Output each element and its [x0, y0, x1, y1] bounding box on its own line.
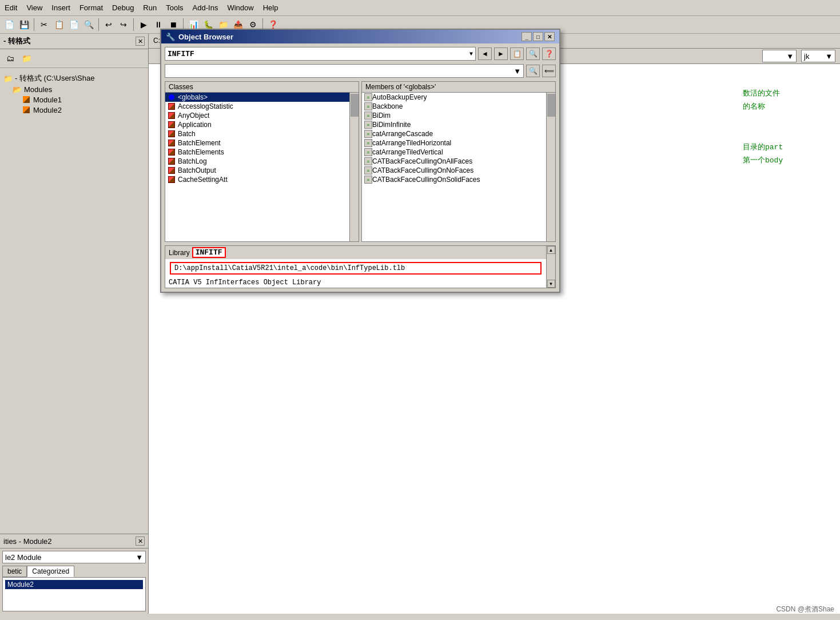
nav-next-button[interactable]: ► [494, 47, 508, 60]
find-button[interactable]: 🔍 [82, 18, 95, 31]
tree-icon-1[interactable]: 🗂 [3, 51, 17, 65]
class-batchlog[interactable]: BatchLog [165, 157, 359, 166]
module1-icon [22, 95, 31, 104]
classes-scrollbar[interactable] [349, 93, 359, 241]
module2-label: Module2 [33, 106, 62, 114]
member-catarrangetiledhorizontal[interactable]: = catArrangeTiledHorizontal [362, 138, 555, 148]
module2-item[interactable]: Module2 [22, 105, 145, 115]
member-catbackfaceall[interactable]: = CATBackFaceCullingOnAllFaces [362, 157, 555, 166]
class-batch[interactable]: Batch [165, 129, 359, 138]
class-batchelements[interactable]: BatchElements [165, 148, 359, 157]
library-scroll-up[interactable]: ▲ [547, 246, 555, 254]
project-root-item[interactable]: 📁 - 转格式 (C:\Users\Shae [3, 73, 145, 84]
props-panel-title: ities - Module2 [3, 537, 52, 546]
anyobject-icon [168, 112, 176, 120]
members-panel: Members of '<globals>' = AutoBackupEvery… [361, 81, 556, 242]
member-autobackup[interactable]: = AutoBackupEvery [362, 93, 555, 102]
menu-edit[interactable]: Edit [0, 2, 22, 13]
accesslog-icon [168, 102, 176, 110]
class-cachesetting[interactable]: CacheSettingAtt [165, 175, 359, 184]
dialog-icon: 🔧 [166, 33, 175, 41]
menu-window[interactable]: Window [222, 2, 258, 13]
dialog-minimize-button[interactable]: _ [521, 32, 532, 41]
help-topic-button[interactable]: ❓ [542, 47, 556, 60]
class-anyobject[interactable]: AnyObject [165, 111, 359, 120]
menu-tools[interactable]: Tools [161, 2, 188, 13]
new-button[interactable]: 📄 [2, 18, 16, 31]
selected-module[interactable]: Module2 [5, 580, 143, 589]
alpha-tab[interactable]: betic [2, 566, 27, 577]
class-batchelement[interactable]: BatchElement [165, 138, 359, 148]
modules-label: Modules [24, 85, 52, 94]
module-combo[interactable]: le2 Module ▼ [2, 551, 146, 563]
member-catarrangecascade[interactable]: = catArrangeCascade [362, 129, 555, 138]
run-button[interactable]: ▶ [137, 18, 150, 31]
dialog-body: INFITF ▼ ◄ ► 📋 🔍 ❓ ▼ 🔍 ⟸ [161, 43, 559, 292]
proc-combo-arrow: ▼ [825, 52, 833, 61]
comment2: 的名称 [743, 102, 765, 111]
copy-button[interactable]: 📋 [52, 18, 66, 31]
project-root-label: - 转格式 (C:\Users\Shae [15, 73, 94, 84]
panels-row: Classes <globals> AccesslogS [165, 81, 556, 242]
library-path: D:\appInstall\CatiaV5R21\intel_a\code\bi… [170, 262, 542, 275]
classes-panel: Classes <globals> AccesslogS [165, 81, 359, 242]
class-application[interactable]: Application [165, 120, 359, 129]
menu-run[interactable]: Run [138, 2, 161, 13]
search-row: ▼ 🔍 ⟸ [165, 64, 556, 78]
member-catbackfacesolid[interactable]: = CATBackFaceCullingOnSolidFaces [362, 175, 555, 184]
menu-help[interactable]: Help [258, 2, 283, 13]
menu-format[interactable]: Format [75, 2, 108, 13]
library-dropdown[interactable]: INFITF ▼ [165, 47, 476, 61]
library-info-inner: Library INFITF D:\appInstall\CatiaV5R21\… [165, 246, 555, 288]
dialog-window: 🔧 Object Browser _ □ ✕ INFITF ▼ ◄ ► 📋 🔍 … [160, 29, 560, 293]
search-input[interactable]: ▼ [165, 64, 524, 78]
library-scroll-down[interactable]: ▼ [547, 280, 555, 288]
dialog-maximize-button[interactable]: □ [533, 32, 543, 41]
lib-dropdown-value: INFITF [168, 50, 194, 58]
member-catbackfacenone[interactable]: = CATBackFaceCullingOnNoFaces [362, 166, 555, 175]
module-combo-arrow: ▼ [136, 553, 143, 562]
member-bidiminfinite[interactable]: = BiDimInfinite [362, 120, 555, 129]
view-definition-button[interactable]: 🔍 [526, 47, 540, 60]
library-header: Library INFITF [165, 246, 546, 259]
categorized-tab[interactable]: Categorized [27, 566, 74, 577]
props-panel-close[interactable]: ✕ [136, 536, 145, 546]
object-combo[interactable]: ▼ [762, 50, 797, 62]
copy-to-clipboard-button[interactable]: 📋 [510, 47, 524, 60]
menu-debug[interactable]: Debug [108, 2, 138, 13]
dialog-close-button[interactable]: ✕ [544, 32, 555, 41]
menu-insert[interactable]: Insert [47, 2, 75, 13]
undo-button[interactable]: ↩ [102, 18, 116, 31]
class-globals[interactable]: <globals> [165, 93, 359, 102]
menu-addins[interactable]: Add-Ins [188, 2, 223, 13]
toggle-button[interactable]: ⟸ [542, 65, 556, 77]
proc-combo[interactable]: jk ▼ [801, 50, 835, 62]
redo-button[interactable]: ↪ [117, 18, 130, 31]
class-accesslog-label: AccesslogStatistic [178, 102, 233, 110]
member-bidim[interactable]: = BiDim [362, 111, 555, 120]
project-panel-header: - 转格式 ✕ [0, 34, 148, 49]
menu-view[interactable]: View [22, 2, 47, 13]
member-backbone[interactable]: = Backbone [362, 102, 555, 111]
class-batchoutput[interactable]: BatchOutput [165, 166, 359, 175]
member-bidim-label: BiDim [372, 112, 391, 120]
search-button[interactable]: 🔍 [526, 65, 540, 77]
class-globals-label: <globals> [178, 93, 208, 101]
member-catarrangetiledvertical[interactable]: = catArrangeTiledVertical [362, 148, 555, 157]
save-button[interactable]: 💾 [17, 18, 31, 31]
nav-prev-button[interactable]: ◄ [478, 47, 492, 60]
modules-item[interactable]: 📂 Modules [13, 84, 145, 94]
separator-3 [133, 18, 134, 31]
project-tree: 📁 - 转格式 (C:\Users\Shae 📂 Modules Module1 [0, 68, 148, 534]
cut-button[interactable]: ✂ [37, 18, 51, 31]
paste-button[interactable]: 📄 [67, 18, 81, 31]
module1-item[interactable]: Module1 [22, 94, 145, 105]
watermark: CSDN @煮酒Shae [776, 605, 834, 614]
classes-content: <globals> AccesslogStatistic [165, 93, 359, 241]
classes-scrollbar-thumb [351, 94, 359, 117]
class-accesslog[interactable]: AccesslogStatistic [165, 102, 359, 111]
cachesetting-icon [168, 176, 176, 184]
tree-icon-2[interactable]: 📁 [19, 51, 33, 65]
members-scrollbar[interactable] [546, 93, 555, 241]
project-panel-close[interactable]: ✕ [136, 37, 145, 46]
